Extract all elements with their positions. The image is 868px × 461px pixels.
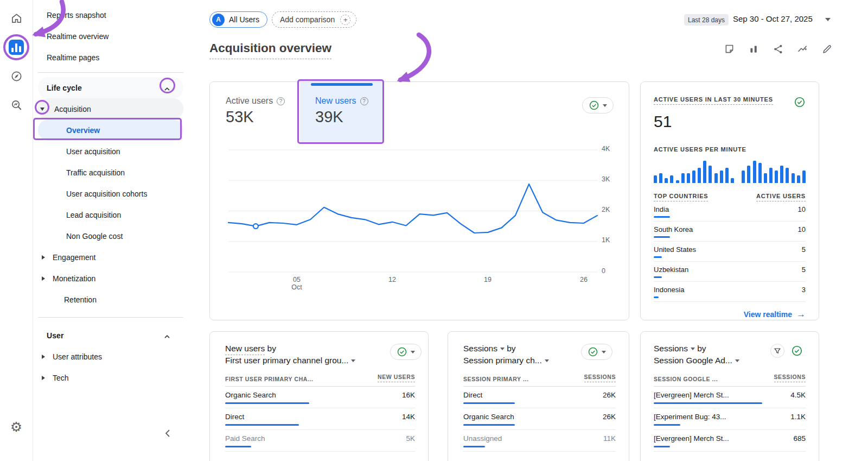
- date-range-selector[interactable]: Sep 30 - Oct 27, 2025: [733, 14, 813, 23]
- home-icon[interactable]: [7, 8, 26, 28]
- row-value: 685: [793, 434, 806, 443]
- section-label: Life cycle: [47, 84, 82, 92]
- check-circle-icon[interactable]: [790, 344, 804, 358]
- table-row: Organic Search 16K: [225, 387, 415, 408]
- metric-selector[interactable]: New users: [225, 344, 265, 355]
- reports-icon[interactable]: [7, 37, 26, 57]
- row-bar: [225, 424, 299, 426]
- insights-icon[interactable]: [796, 42, 809, 55]
- sidebar-item-reports-snapshot[interactable]: Reports snapshot: [38, 4, 183, 26]
- page-title: Acquisition overview: [209, 41, 331, 59]
- sidebar-item-realtime-pages[interactable]: Realtime pages: [38, 47, 183, 68]
- new-users-by-channel-card: New users by First user primary channel …: [209, 331, 429, 461]
- sidebar-item-monetization[interactable]: Monetization: [38, 268, 183, 289]
- country-row: India 10: [654, 201, 806, 222]
- metric-label: New users: [315, 96, 356, 106]
- users-trend-card: Active users ? 53K New users ? 39K: [209, 81, 629, 320]
- filter-icon[interactable]: [770, 344, 784, 358]
- explore-icon[interactable]: [7, 66, 26, 86]
- chevron-up-icon[interactable]: [164, 84, 170, 93]
- admin-settings-icon[interactable]: ⚙: [7, 417, 26, 437]
- sidebar-section-user[interactable]: User: [38, 325, 183, 346]
- sidebar-item-label: User attributes: [53, 352, 102, 361]
- sidebar-item-lead-acquisition[interactable]: Lead acquisition: [38, 204, 183, 225]
- date-preset-badge: Last 28 days: [684, 14, 729, 26]
- sidebar-item-user-acquisition[interactable]: User acquisition: [38, 141, 183, 162]
- check-circle-icon: [589, 100, 599, 111]
- sessions-by-channel-card: Sessions by Session primary ch... SESSIO…: [448, 331, 629, 461]
- metric-selector[interactable]: Sessions: [654, 344, 688, 353]
- view-realtime-link[interactable]: View realtime →: [654, 309, 806, 320]
- sidebar-item-overview[interactable]: Overview: [38, 119, 183, 141]
- dimension-column-header: SESSION GOOGLE ...: [654, 376, 718, 382]
- all-users-segment-chip[interactable]: A All Users: [209, 11, 267, 28]
- table-row: [Evergreen] Merch St... 4.5K: [654, 387, 806, 408]
- check-circle-icon[interactable]: [794, 96, 806, 108]
- report-nav-sidebar: Reports snapshot Realtime overview Realt…: [34, 0, 195, 461]
- row-bar: [463, 402, 515, 404]
- row-dimension: Paid Search: [225, 434, 265, 443]
- chevron-down-icon[interactable]: [825, 18, 831, 21]
- y-axis-tick: 2K: [602, 206, 621, 216]
- sessions-by-google-ads-card: Sessions by Session Google Ad... SESSION…: [640, 331, 819, 461]
- country-users: 5: [802, 245, 806, 254]
- data-quality-selector[interactable]: [390, 344, 422, 360]
- row-dimension: [Experiment Bug: 43...: [654, 413, 726, 421]
- sidebar-item-acquisition[interactable]: Acquisition: [38, 98, 183, 119]
- sidebar-item-realtime-overview[interactable]: Realtime overview: [38, 26, 183, 47]
- sidebar-item-label: Overview: [66, 126, 100, 135]
- sidebar-item-label: Realtime overview: [47, 32, 108, 41]
- sidebar-item-label: User acquisition cohorts: [66, 190, 147, 198]
- chevron-down-icon[interactable]: [40, 108, 44, 111]
- x-axis-tick: 05 Oct: [283, 276, 310, 291]
- feedback-note-icon[interactable]: [723, 42, 736, 55]
- row-bar: [225, 402, 309, 404]
- share-icon[interactable]: [771, 42, 784, 55]
- row-bar: [654, 446, 670, 447]
- dimension-selector[interactable]: First user primary channel grou...: [225, 355, 415, 367]
- chevron-down-icon: [500, 348, 505, 350]
- country-users: 5: [802, 266, 806, 274]
- new-users-metric-tab[interactable]: New users ? 39K: [300, 82, 384, 143]
- row-dimension: Direct: [463, 391, 482, 399]
- y-axis-tick: 0: [602, 267, 621, 277]
- card-title: New users by: [225, 343, 415, 355]
- sidebar-item-non-google-cost[interactable]: Non Google cost: [38, 225, 183, 247]
- row-value: 5K: [406, 434, 415, 443]
- sidebar-section-life-cycle[interactable]: Life cycle: [38, 77, 183, 98]
- metric-column-header: NEW USERS: [378, 374, 415, 382]
- metric-selector[interactable]: Sessions: [463, 344, 497, 353]
- benchmark-bars-icon[interactable]: [747, 42, 760, 55]
- help-icon[interactable]: ?: [360, 97, 368, 105]
- advertising-icon[interactable]: [7, 95, 26, 115]
- row-value: 14K: [402, 413, 415, 421]
- y-axis-tick: 4K: [602, 145, 621, 155]
- sidebar-item-tech[interactable]: Tech: [38, 367, 183, 388]
- country-users: 3: [802, 286, 806, 294]
- country-row: South Korea 10: [654, 222, 806, 242]
- row-value: 4.5K: [790, 391, 806, 399]
- sidebar-item-user-acquisition-cohorts[interactable]: User acquisition cohorts: [38, 183, 183, 204]
- sidebar-item-label: Traffic acquisition: [66, 168, 125, 177]
- active-users-metric-tab[interactable]: Active users ? 53K: [226, 82, 296, 143]
- row-bar: [654, 402, 762, 404]
- data-quality-selector[interactable]: [581, 344, 612, 360]
- data-quality-selector[interactable]: [582, 97, 614, 113]
- row-dimension: Unassigned: [463, 434, 502, 443]
- sidebar-item-retention[interactable]: Retention: [38, 289, 183, 310]
- chevron-up-icon[interactable]: [164, 332, 170, 340]
- help-icon[interactable]: ?: [277, 97, 285, 105]
- sidebar-item-engagement[interactable]: Engagement: [38, 247, 183, 268]
- sidebar-divider: [38, 72, 183, 73]
- collapse-sidebar-icon[interactable]: [159, 425, 176, 441]
- add-comparison-button[interactable]: Add comparison +: [272, 11, 356, 28]
- active-users-count: 51: [654, 112, 806, 131]
- sidebar-item-traffic-acquisition[interactable]: Traffic acquisition: [38, 162, 183, 183]
- metric-label: Active users: [226, 96, 273, 106]
- users-column-header: ACTIVE USERS: [756, 193, 806, 201]
- sidebar-item-label: Retention: [64, 295, 97, 304]
- sidebar-item-user-attributes[interactable]: User attributes: [38, 346, 183, 367]
- row-dimension: [Evergreen] Merch St...: [654, 391, 729, 399]
- country-bar: [654, 296, 659, 298]
- edit-pencil-icon[interactable]: [820, 42, 833, 55]
